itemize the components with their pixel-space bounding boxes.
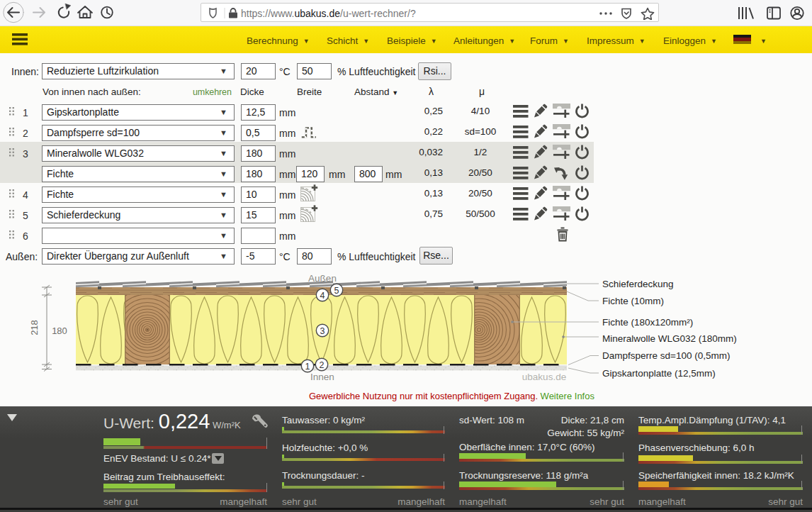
svg-text:Innen: Innen (310, 372, 334, 382)
svg-text:1: 1 (305, 362, 310, 372)
svg-text:218: 218 (29, 320, 40, 335)
svg-text:5: 5 (334, 286, 339, 296)
svg-text:Mineralwolle WLG032 (180mm): Mineralwolle WLG032 (180mm) (602, 333, 737, 344)
svg-text:Dampfsperre sd=100 (0,5mm): Dampfsperre sd=100 (0,5mm) (602, 350, 730, 361)
svg-text:2: 2 (320, 360, 325, 370)
svg-text:180: 180 (52, 325, 67, 336)
svg-text:Außen: Außen (308, 273, 337, 284)
svg-text:4: 4 (320, 291, 325, 301)
svg-text:Schieferdeckung: Schieferdeckung (602, 279, 674, 289)
svg-text:Fichte (180x120mm²): Fichte (180x120mm²) (602, 317, 693, 328)
svg-text:Fichte (10mm): Fichte (10mm) (602, 296, 664, 306)
svg-text:ubakus.de: ubakus.de (522, 372, 566, 382)
svg-text:3: 3 (320, 326, 325, 336)
svg-text:Gipskartonplatte (12,5mm): Gipskartonplatte (12,5mm) (602, 368, 716, 379)
